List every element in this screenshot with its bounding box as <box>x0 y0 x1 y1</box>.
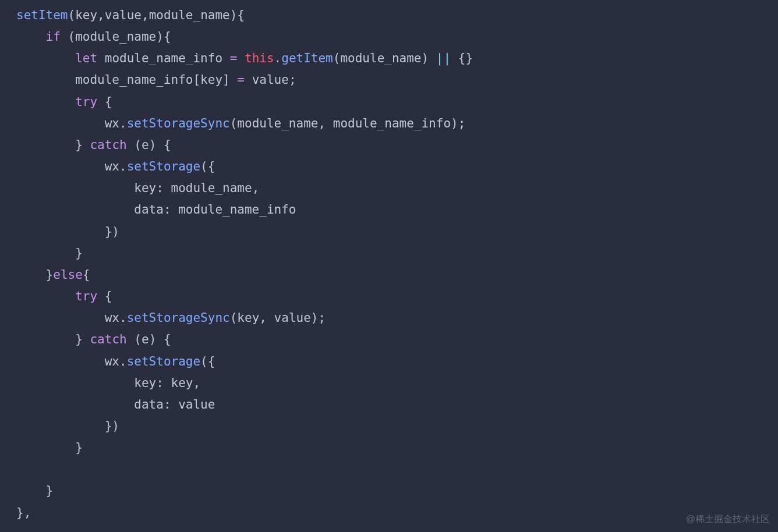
code-line: }) <box>16 221 778 243</box>
code-line: wx.setStorage({ <box>16 351 778 373</box>
code-line: } <box>16 243 778 264</box>
code-line: wx.setStorageSync(module_name, module_na… <box>16 113 778 134</box>
code-line: try { <box>16 91 778 113</box>
code-line: } catch (e) { <box>16 134 778 156</box>
code-block: setItem(key,value,module_name){ if (modu… <box>0 0 778 529</box>
code-line: setItem(key,value,module_name){ <box>16 5 778 26</box>
code-line: let module_name_info = this.getItem(modu… <box>16 48 778 69</box>
code-line <box>16 459 778 480</box>
watermark: @稀土掘金技术社区 <box>686 511 770 527</box>
code-line: } <box>16 437 778 459</box>
code-line: } catch (e) { <box>16 329 778 350</box>
code-line: }, <box>16 502 778 524</box>
code-line: key: key, <box>16 373 778 394</box>
function-name: setItem <box>16 8 68 22</box>
code-line: } <box>16 480 778 502</box>
code-line: }else{ <box>16 264 778 286</box>
code-line: data: value <box>16 394 778 416</box>
code-line: data: module_name_info <box>16 199 778 221</box>
code-line: wx.setStorageSync(key, value); <box>16 307 778 329</box>
code-line: wx.setStorage({ <box>16 156 778 178</box>
code-line: if (module_name){ <box>16 26 778 48</box>
code-line: key: module_name, <box>16 178 778 199</box>
code-line: try { <box>16 286 778 307</box>
code-line: }) <box>16 416 778 437</box>
code-line: module_name_info[key] = value; <box>16 69 778 91</box>
